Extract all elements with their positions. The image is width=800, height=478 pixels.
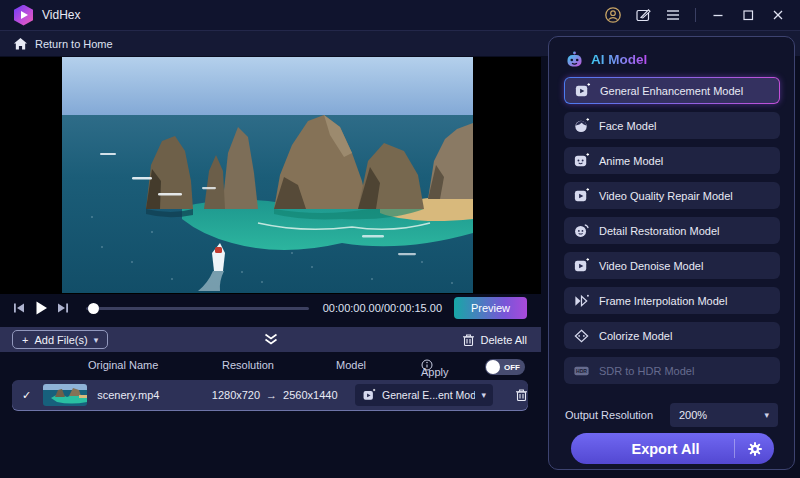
trash-icon bbox=[462, 333, 475, 347]
video-frame bbox=[62, 57, 473, 293]
preview-button[interactable]: Preview bbox=[454, 297, 527, 319]
model-item-detail-restoration-model[interactable]: Detail Restoration Model bbox=[564, 217, 780, 244]
panel-title: AI Model bbox=[591, 52, 647, 67]
file-table-header: Original Name Resolution Model Apply to … bbox=[0, 352, 541, 378]
feedback-icon[interactable] bbox=[631, 3, 655, 27]
row-delete-button[interactable] bbox=[515, 388, 528, 402]
svg-text:HDR: HDR bbox=[576, 368, 587, 374]
table-row[interactable]: ✓ scenery.mp4 1280x720→2560x1440 General… bbox=[12, 380, 528, 410]
model-item-label: Face Model bbox=[599, 120, 656, 132]
interpolation-icon bbox=[573, 292, 590, 309]
model-item-sdr-to-hdr-model[interactable]: HDRSDR to HDR Model bbox=[564, 357, 780, 384]
account-icon[interactable] bbox=[601, 3, 625, 27]
anime-icon bbox=[573, 152, 590, 169]
row-model-dropdown[interactable]: General E...ent Model ▾ bbox=[355, 384, 493, 406]
toggle-state-label: OFF bbox=[504, 363, 520, 372]
toggle-knob bbox=[486, 360, 500, 374]
playback-time: 00:00:00.00/00:00:15.00 bbox=[323, 302, 442, 314]
file-toolbar: +Add File(s)▾ Delete All bbox=[0, 327, 541, 352]
model-list: General Enhancement ModelFace ModelAnime… bbox=[564, 77, 780, 392]
column-original-name: Original Name bbox=[88, 359, 158, 371]
face-icon bbox=[573, 117, 590, 134]
apply-to-all-toggle[interactable]: OFF bbox=[485, 359, 525, 375]
app-logo-icon bbox=[14, 5, 33, 26]
play-button[interactable] bbox=[30, 297, 52, 319]
arrow-icon: → bbox=[266, 389, 277, 401]
titlebar-separator bbox=[695, 8, 696, 22]
robot-icon bbox=[565, 50, 584, 69]
output-resolution-value: 200% bbox=[679, 409, 707, 421]
export-all-button[interactable]: Export All bbox=[571, 433, 774, 464]
model-item-face-model[interactable]: Face Model bbox=[564, 112, 780, 139]
titlebar: VidHex bbox=[0, 0, 800, 30]
next-frame-button[interactable] bbox=[52, 297, 74, 319]
repair-icon bbox=[573, 187, 590, 204]
enhance-icon bbox=[362, 388, 376, 402]
model-item-label: General Enhancement Model bbox=[600, 85, 743, 97]
model-item-label: Frame Interpolation Model bbox=[599, 295, 727, 307]
close-button[interactable] bbox=[766, 3, 790, 27]
column-resolution: Resolution bbox=[222, 359, 274, 371]
model-item-label: Anime Model bbox=[599, 155, 663, 167]
maximize-button[interactable] bbox=[736, 3, 760, 27]
menu-icon[interactable] bbox=[661, 3, 685, 27]
file-resolution: 1280x720→2560x1440 bbox=[212, 389, 355, 401]
player-controls: 00:00:00.00/00:00:15.00 Preview bbox=[0, 294, 541, 322]
enhance-icon bbox=[574, 82, 591, 99]
model-item-general-enhancement-model[interactable]: General Enhancement Model bbox=[564, 77, 780, 104]
progress-slider-knob[interactable] bbox=[88, 303, 99, 314]
minimize-button[interactable] bbox=[706, 3, 730, 27]
output-resolution-select[interactable]: 200% ▾ bbox=[670, 403, 778, 427]
progress-slider[interactable] bbox=[86, 307, 309, 310]
plus-icon: + bbox=[22, 334, 28, 346]
row-checkmark[interactable]: ✓ bbox=[22, 389, 31, 402]
model-item-frame-interpolation-model[interactable]: Frame Interpolation Model bbox=[564, 287, 780, 314]
model-item-colorize-model[interactable]: Colorize Model bbox=[564, 322, 780, 349]
ai-model-panel: AI Model General Enhancement ModelFace M… bbox=[548, 36, 795, 470]
return-home-link[interactable]: Return to Home bbox=[35, 38, 113, 50]
detail-icon bbox=[573, 222, 590, 239]
app-title: VidHex bbox=[42, 8, 80, 22]
video-stage bbox=[0, 57, 541, 294]
row-model-label: General E...ent Model bbox=[382, 389, 475, 401]
video-thumbnail bbox=[43, 384, 87, 406]
model-item-anime-model[interactable]: Anime Model bbox=[564, 147, 780, 174]
output-resolution-label: Output Resolution bbox=[565, 409, 653, 421]
add-files-button[interactable]: +Add File(s)▾ bbox=[12, 330, 108, 349]
file-name: scenery.mp4 bbox=[97, 389, 212, 401]
delete-all-button[interactable]: Delete All bbox=[462, 333, 527, 347]
export-all-label: Export All bbox=[571, 441, 734, 457]
home-icon[interactable] bbox=[13, 37, 28, 51]
previous-frame-button[interactable] bbox=[8, 297, 30, 319]
chevron-down-icon: ▾ bbox=[764, 410, 769, 420]
collapse-panel-icon[interactable] bbox=[262, 333, 279, 346]
model-item-label: Video Quality Repair Model bbox=[599, 190, 733, 202]
hdr-icon: HDR bbox=[573, 362, 590, 379]
colorize-icon bbox=[573, 327, 590, 344]
model-item-label: Detail Restoration Model bbox=[599, 225, 719, 237]
export-settings-gear-icon[interactable] bbox=[734, 439, 774, 458]
chevron-down-icon: ▾ bbox=[94, 335, 99, 345]
model-item-video-denoise-model[interactable]: Video Denoise Model bbox=[564, 252, 780, 279]
model-item-label: Colorize Model bbox=[599, 330, 672, 342]
model-item-video-quality-repair-model[interactable]: Video Quality Repair Model bbox=[564, 182, 780, 209]
model-item-label: SDR to HDR Model bbox=[599, 365, 694, 377]
model-item-label: Video Denoise Model bbox=[599, 260, 703, 272]
chevron-down-icon: ▾ bbox=[481, 390, 486, 400]
column-model: Model bbox=[336, 359, 366, 371]
denoise-icon bbox=[573, 257, 590, 274]
output-resolution-row: Output Resolution 200% ▾ bbox=[565, 403, 778, 427]
panel-header: AI Model bbox=[565, 50, 794, 69]
